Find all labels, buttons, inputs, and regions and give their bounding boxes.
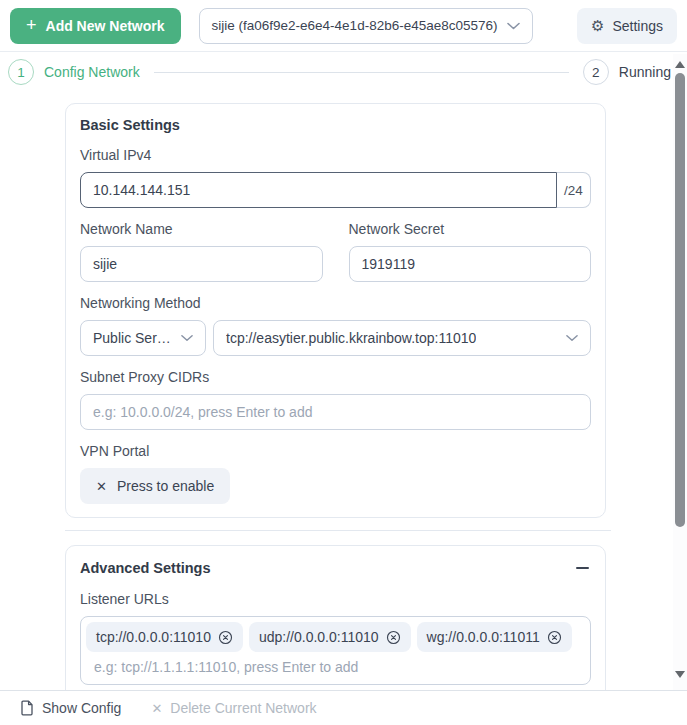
circle-x-icon[interactable]: [547, 630, 562, 645]
chevron-down-icon: [181, 334, 193, 342]
stepper: 1 Config Network 2 Running: [0, 56, 671, 88]
step-running[interactable]: 2 Running: [583, 59, 671, 85]
plus-icon: +: [26, 16, 37, 34]
network-secret-label: Network Secret: [349, 221, 592, 237]
network-selector-value: sijie (fa06f9e2-e6e4-4e1d-82b6-e45ae8c05…: [212, 18, 498, 33]
listener-urls-chips-input[interactable]: tcp://0.0.0.0:11010 udp://0.0.0.0:11010 …: [80, 616, 591, 685]
advanced-settings-card: Advanced Settings Listener URLs tcp://0.…: [65, 545, 606, 705]
advanced-settings-title: Advanced Settings: [80, 560, 211, 576]
gear-icon: ⚙︎: [591, 18, 604, 33]
delete-current-network-label: Delete Current Network: [170, 700, 316, 716]
step-1-number: 1: [8, 59, 34, 85]
circle-x-icon[interactable]: [218, 630, 233, 645]
chip-label: wg://0.0.0.0:11011: [427, 629, 540, 645]
virtual-ipv4-group: /24: [80, 172, 591, 208]
chip-label: udp://0.0.0.0:11010: [259, 629, 379, 645]
vpn-portal-enable-button[interactable]: ✕ Press to enable: [80, 468, 230, 504]
basic-settings-card: Basic Settings Virtual IPv4 /24 Network …: [65, 103, 606, 518]
settings-button[interactable]: ⚙︎ Settings: [577, 8, 677, 44]
listener-url-chip: tcp://0.0.0.0:11010: [86, 622, 243, 652]
arrow-down-icon[interactable]: [675, 671, 685, 678]
minus-icon: [576, 567, 589, 569]
section-divider: [65, 530, 611, 531]
stepper-connector: [154, 72, 569, 73]
vpn-portal-label: VPN Portal: [80, 443, 591, 459]
add-new-network-label: Add New Network: [46, 18, 165, 34]
settings-label: Settings: [612, 18, 663, 34]
show-config-button[interactable]: Show Config: [20, 700, 121, 716]
network-secret-input[interactable]: [349, 246, 592, 282]
circle-x-icon[interactable]: [386, 630, 401, 645]
scrollbar[interactable]: [673, 54, 687, 690]
chevron-down-icon: [507, 22, 520, 30]
vpn-portal-enable-label: Press to enable: [117, 478, 214, 494]
delete-current-network-button[interactable]: ✕ Delete Current Network: [151, 700, 316, 716]
x-icon: ✕: [151, 702, 162, 715]
listener-url-chip: udp://0.0.0.0:11010: [249, 622, 411, 652]
add-new-network-button[interactable]: + Add New Network: [10, 8, 181, 44]
file-icon: [20, 700, 34, 716]
arrow-up-icon[interactable]: [675, 61, 685, 68]
virtual-ipv4-input[interactable]: [80, 172, 557, 208]
public-server-dropdown[interactable]: tcp://easytier.public.kkrainbow.top:1101…: [213, 320, 591, 356]
step-2-number: 2: [583, 59, 609, 85]
listener-urls-label: Listener URLs: [80, 591, 591, 607]
listener-urls-text-input[interactable]: [86, 655, 570, 679]
listener-url-chip: wg://0.0.0.0:11011: [417, 622, 572, 652]
virtual-ipv4-label: Virtual IPv4: [80, 147, 591, 163]
virtual-ipv4-prefix-addon: /24: [557, 172, 591, 208]
networking-method-value: Public Server: [93, 330, 173, 346]
network-selector-dropdown[interactable]: sijie (fa06f9e2-e6e4-4e1d-82b6-e45ae8c05…: [199, 8, 533, 44]
top-toolbar: + Add New Network sijie (fa06f9e2-e6e4-4…: [0, 0, 687, 52]
network-name-label: Network Name: [80, 221, 323, 237]
subnet-proxy-input[interactable]: [80, 394, 591, 430]
basic-settings-title: Basic Settings: [80, 117, 591, 133]
step-config-network[interactable]: 1 Config Network: [8, 59, 140, 85]
x-icon: ✕: [96, 480, 107, 493]
networking-method-label: Networking Method: [80, 295, 591, 311]
network-name-input[interactable]: [80, 246, 323, 282]
step-2-label: Running: [619, 64, 671, 80]
subnet-proxy-label: Subnet Proxy CIDRs: [80, 369, 591, 385]
step-1-label: Config Network: [44, 64, 140, 80]
footer-bar: Show Config ✕ Delete Current Network: [0, 690, 687, 725]
scrollbar-thumb[interactable]: [675, 73, 685, 527]
public-server-value: tcp://easytier.public.kkrainbow.top:1101…: [226, 330, 476, 346]
show-config-label: Show Config: [42, 700, 121, 716]
collapse-section-button[interactable]: [573, 559, 591, 577]
networking-method-dropdown[interactable]: Public Server: [80, 320, 206, 356]
chevron-down-icon: [566, 334, 578, 342]
chip-label: tcp://0.0.0.0:11010: [96, 629, 211, 645]
